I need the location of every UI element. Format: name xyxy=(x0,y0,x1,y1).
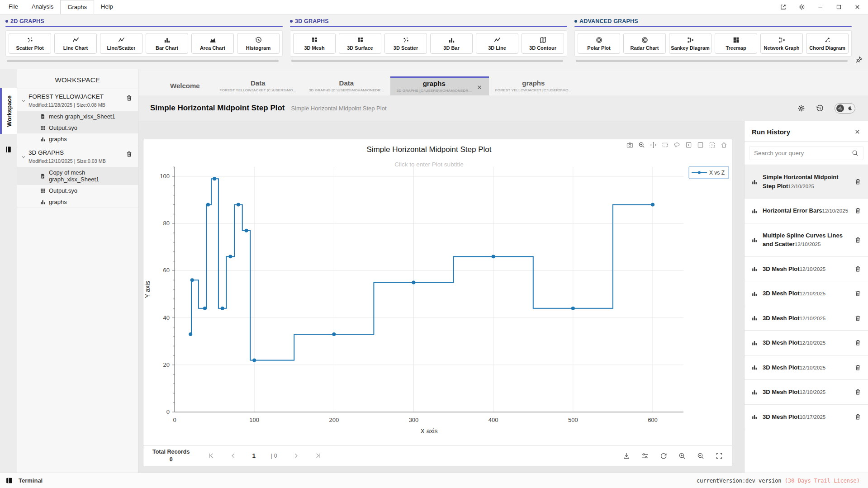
tool-magplus-icon[interactable] xyxy=(678,452,686,460)
tree-item[interactable]: mesh graph_xlsx_Sheet1 xyxy=(17,111,138,122)
graph-button-3d-mesh[interactable]: 3D Mesh xyxy=(293,33,336,54)
terminal-label[interactable]: Terminal xyxy=(19,477,43,484)
tab-welcome-0[interactable]: Welcome xyxy=(157,76,213,95)
tab-data-1[interactable]: Data FOREST YELLOWJACKET [C:\USERS\MO... xyxy=(213,76,303,95)
run-history-item[interactable]: 3D Mesh Plot12/10/2025 xyxy=(745,380,868,405)
tab-data-2[interactable]: Data 3D GRAPHS [C:\USERS\MOHAM\ONEDR... xyxy=(303,76,390,95)
chevron-down-icon[interactable] xyxy=(21,98,26,104)
minimize-icon[interactable] xyxy=(817,4,824,10)
trash-icon[interactable] xyxy=(854,339,861,346)
close-icon[interactable] xyxy=(854,4,861,10)
graph-button-chord-diagram[interactable]: Chord Diagram xyxy=(806,33,849,54)
tree-item[interactable]: Copy of mesh graph_xlsx_Sheet1 xyxy=(17,167,138,185)
graph-button-3d-scatter[interactable]: 3D Scatter xyxy=(384,33,427,54)
run-history-item[interactable]: Horizontal Error Bars12/10/2025 xyxy=(745,199,868,223)
gear-icon[interactable] xyxy=(797,104,805,112)
tab-graphs-4[interactable]: graphs FOREST YELLOWJACKET [C:\USERS\MO.… xyxy=(489,76,578,95)
sun-icon[interactable] xyxy=(798,4,805,10)
tool-fullscreen-icon[interactable] xyxy=(716,452,723,460)
graph-button-bar-chart[interactable]: Bar Chart xyxy=(146,33,188,54)
graph-button-3d-line[interactable]: 3D Line xyxy=(476,33,518,54)
close-tab-icon[interactable] xyxy=(476,84,483,90)
section-scrollbar[interactable] xyxy=(7,60,279,62)
modebar-magplus-icon[interactable] xyxy=(638,142,645,148)
graph-button-treemap[interactable]: Treemap xyxy=(715,33,757,54)
menu-file[interactable]: File xyxy=(2,0,25,14)
graph-button-radar-chart[interactable]: Radar Chart xyxy=(623,33,666,54)
pin-icon[interactable] xyxy=(855,56,863,63)
tree-item[interactable]: Output.syo xyxy=(17,185,138,196)
line-icon xyxy=(494,37,501,43)
workspace-group-header[interactable]: 3D GRAPHS Modified:12/10/2025 | Size:0.0… xyxy=(17,145,138,167)
modebar-home-icon[interactable] xyxy=(721,142,727,148)
theme-toggle[interactable] xyxy=(835,103,855,114)
trash-icon[interactable] xyxy=(854,290,861,297)
trash-icon[interactable] xyxy=(854,207,861,214)
trash-icon[interactable] xyxy=(854,413,861,420)
trash-icon[interactable] xyxy=(854,237,861,243)
tool-magminus-icon[interactable] xyxy=(697,452,704,460)
trash-icon[interactable] xyxy=(854,178,861,185)
tool-sliders-icon[interactable] xyxy=(641,452,649,460)
run-history-item[interactable]: 3D Mesh Plot12/10/2025 xyxy=(745,355,868,380)
tree-item[interactable]: graphs xyxy=(17,133,138,145)
trash-icon[interactable] xyxy=(126,151,133,157)
run-history-item[interactable]: 3D Mesh Plot12/10/2025 xyxy=(745,306,868,331)
next-page-button[interactable] xyxy=(293,452,299,459)
workspace-strip-tab[interactable]: Workspace xyxy=(0,88,17,134)
graph-button-3d-bar[interactable]: 3D Bar xyxy=(430,33,473,54)
run-history-item[interactable]: 3D Mesh Plot12/10/2025 xyxy=(745,331,868,355)
run-history-item[interactable]: 3D Mesh Plot12/10/2025 xyxy=(745,257,868,282)
trash-icon[interactable] xyxy=(854,389,861,395)
graph-button-polar-plot[interactable]: Polar Plot xyxy=(578,33,620,54)
tab-graphs-3[interactable]: graphs 3D GRAPHS [C:\USERS\MOHAM\ONEDR..… xyxy=(390,76,489,95)
search-icon[interactable] xyxy=(852,150,859,156)
modebar-plussq-icon[interactable] xyxy=(685,142,692,148)
graph-button-area-chart[interactable]: Area Chart xyxy=(191,33,234,54)
modebar-camera-icon[interactable] xyxy=(626,142,633,148)
section-scrollbar[interactable] xyxy=(576,60,848,62)
workspace-group-header[interactable]: FOREST YELLOWJACKET Modified:11/28/2025 … xyxy=(17,89,138,111)
graph-button-line-chart[interactable]: Line Chart xyxy=(54,33,97,54)
first-page-button[interactable] xyxy=(208,452,214,459)
maximize-icon[interactable] xyxy=(835,4,842,10)
graph-button-3d-surface[interactable]: 3D Surface xyxy=(339,33,381,54)
run-history-item[interactable]: 3D Mesh Plot10/17/2025 xyxy=(745,405,868,430)
close-icon[interactable] xyxy=(854,128,861,135)
step-chart[interactable]: 0100200300400500600020406080100Simple Ho… xyxy=(143,139,731,438)
modebar-autoscale-icon[interactable] xyxy=(709,142,716,148)
chevron-down-icon[interactable] xyxy=(21,154,26,160)
run-history-item[interactable]: Simple Horizontal Midpoint Step Plot12/1… xyxy=(745,165,868,199)
graph-button-line-scatter[interactable]: Line/Scatter xyxy=(100,33,142,54)
graph-button-network-graph[interactable]: Network Graph xyxy=(760,33,803,54)
modebar-minussq-icon[interactable] xyxy=(697,142,704,148)
tree-item[interactable]: Output.syo xyxy=(17,122,138,133)
run-history-item[interactable]: 3D Mesh Plot12/10/2025 xyxy=(745,281,868,306)
graph-button-3d-contour[interactable]: 3D Contour xyxy=(522,33,564,54)
trash-icon[interactable] xyxy=(854,315,861,322)
tool-refresh-icon[interactable] xyxy=(660,452,667,460)
graph-button-scatter-plot[interactable]: Scatter Plot xyxy=(9,33,51,54)
section-scrollbar[interactable] xyxy=(291,60,563,62)
last-page-button[interactable] xyxy=(315,452,322,459)
book-icon[interactable] xyxy=(5,146,12,153)
trash-icon[interactable] xyxy=(126,95,133,101)
search-input[interactable] xyxy=(754,150,848,156)
menu-graphs[interactable]: Graphs xyxy=(60,0,94,14)
modebar-pan-icon[interactable] xyxy=(650,142,657,148)
graph-button-histogram[interactable]: Histogram xyxy=(237,33,280,54)
trash-icon[interactable] xyxy=(854,265,861,272)
tool-download-icon[interactable] xyxy=(623,452,630,460)
graph-button-sankey-diagram[interactable]: Sankey Diagram xyxy=(669,33,711,54)
history-icon[interactable] xyxy=(816,104,824,112)
trash-icon[interactable] xyxy=(854,364,861,371)
run-history-item[interactable]: Multiple Spline Curves Lines and Scatter… xyxy=(745,223,868,257)
modebar-boxsel-icon[interactable] xyxy=(662,142,669,148)
terminal-panel-icon[interactable] xyxy=(5,477,13,484)
modebar-lasso-icon[interactable] xyxy=(674,142,680,148)
prev-page-button[interactable] xyxy=(230,452,237,459)
menu-analysis[interactable]: Analysis xyxy=(25,0,60,14)
tree-item[interactable]: graphs xyxy=(17,196,138,208)
menu-help[interactable]: Help xyxy=(94,0,120,14)
share-icon[interactable] xyxy=(780,4,787,10)
